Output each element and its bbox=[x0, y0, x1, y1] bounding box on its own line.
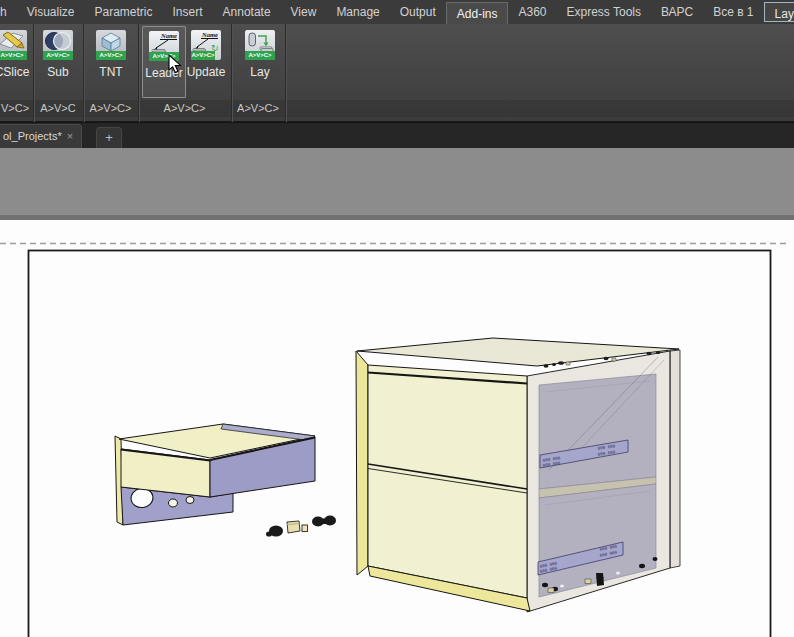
tnt-button[interactable]: A>V>C> TNT bbox=[89, 26, 133, 98]
update-button[interactable]: Name ↻ A>V>C> Update bbox=[184, 26, 228, 98]
avc-badge: A>V>C> bbox=[43, 51, 73, 60]
lay-button[interactable]: A>V>C> Lay bbox=[238, 26, 282, 98]
ribbon-tab-output[interactable]: Output bbox=[390, 1, 446, 23]
box-icon: A>V>C> bbox=[96, 30, 126, 60]
ribbon-tab-parametric[interactable]: Parametric bbox=[85, 1, 163, 23]
new-tab-button[interactable]: + bbox=[96, 127, 122, 148]
panel-label-4[interactable]: A>V>C> bbox=[138, 102, 231, 114]
pencil-slice-icon: A>V>C> bbox=[0, 30, 27, 60]
avc-badge: A>V>C> bbox=[96, 51, 126, 60]
ribbon-tab-addins[interactable]: Add-ins bbox=[446, 2, 509, 24]
layout-canvas[interactable]: 000 000 000 000 000 000 000 000 000 000 … bbox=[0, 148, 794, 637]
sub-label: Sub bbox=[36, 65, 80, 79]
paper-space-view: 000 000 000 000 000 000 000 000 000 000 … bbox=[0, 148, 794, 637]
update-label: Update bbox=[184, 65, 228, 79]
ribbon-tab-vars[interactable]: ВАРС bbox=[651, 1, 703, 23]
ribbon-tab-manage[interactable]: Manage bbox=[326, 1, 389, 23]
file-tab-close-icon[interactable]: × bbox=[67, 130, 73, 142]
paper-edge-shadow bbox=[0, 215, 794, 220]
ribbon-tab-visualize[interactable]: Visualize bbox=[17, 1, 85, 23]
ribbon-tab-insert[interactable]: Insert bbox=[163, 1, 213, 23]
file-tab-title: ol_Projects* bbox=[3, 130, 62, 142]
leader-label: Leader bbox=[143, 66, 185, 80]
avc-badge: A>V>C> bbox=[245, 51, 275, 60]
avc-badge: A>V>C> bbox=[0, 51, 27, 60]
file-tab-projects[interactable]: ol_Projects*× bbox=[0, 124, 82, 149]
ribbon-tab-layout[interactable]: Layout bbox=[764, 2, 794, 22]
panel-label-3[interactable]: A>V>C> bbox=[83, 102, 138, 114]
autocad-window: h Visualize Parametric Insert Annotate V… bbox=[0, 0, 794, 637]
lay-label: Lay bbox=[238, 65, 282, 79]
tnt-label: TNT bbox=[89, 65, 133, 79]
panel-label-5[interactable]: A>V>C> bbox=[231, 102, 285, 114]
name-leader-refresh-icon: Name ↻ A>V>C> bbox=[191, 30, 221, 60]
layout-part-icon: A>V>C> bbox=[245, 30, 275, 60]
avc-badge: A>V>C> bbox=[191, 51, 215, 60]
ribbon-body: A>V>C> CSlice A>V>C> Sub bbox=[0, 24, 794, 122]
avc-badge: A>V>C> bbox=[149, 52, 179, 61]
cslice-button[interactable]: A>V>C> CSlice bbox=[0, 26, 34, 98]
subtract-spheres-icon: A>V>C> bbox=[43, 30, 73, 60]
ribbon-tab-vse-v-1[interactable]: Все в 1 bbox=[703, 1, 763, 23]
ribbon-tab-annotate[interactable]: Annotate bbox=[213, 1, 281, 23]
svg-text:Name: Name bbox=[160, 32, 177, 39]
sub-button[interactable]: A>V>C> Sub bbox=[36, 26, 80, 98]
ribbon-tab-a360[interactable]: A360 bbox=[508, 1, 556, 23]
file-tab-bar: ol_Projects*× + bbox=[0, 122, 794, 148]
svg-text:Name: Name bbox=[201, 31, 218, 38]
workspace-background bbox=[0, 148, 794, 220]
ribbon-tab-view[interactable]: View bbox=[281, 1, 327, 23]
leader-button[interactable]: Name A>V>C> Leader bbox=[142, 26, 186, 98]
ribbon-tab-bar: h Visualize Parametric Insert Annotate V… bbox=[0, 0, 794, 24]
panel-separator bbox=[285, 24, 286, 122]
panel-label-1[interactable]: V>C> bbox=[0, 102, 26, 114]
ribbon-tab-express-tools[interactable]: Express Tools bbox=[557, 1, 651, 23]
panel-label-2[interactable]: A>V>C bbox=[33, 102, 83, 114]
cslice-label: CSlice bbox=[0, 65, 34, 79]
name-leader-icon: Name A>V>C> bbox=[149, 31, 179, 61]
cabinet-3d[interactable]: 000 000 000 000 000 000 000 000 000 000 … bbox=[356, 338, 680, 612]
ribbon-tab-mesh-partial[interactable]: h bbox=[0, 1, 17, 23]
